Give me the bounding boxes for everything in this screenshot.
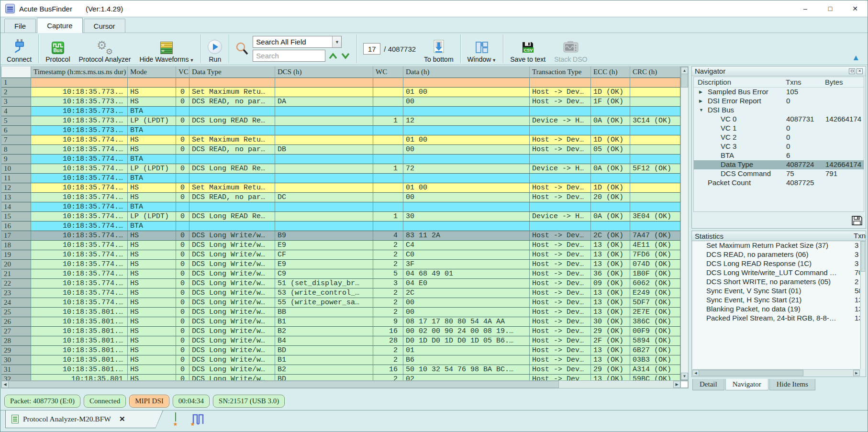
- statistics-item[interactable]: DCS Long Write/write_LUT Command …70: [693, 268, 860, 277]
- tab-detail[interactable]: Detail: [692, 379, 724, 390]
- column-header[interactable]: Mode: [128, 66, 176, 78]
- expanded-arrow-icon[interactable]: ▼: [699, 106, 703, 114]
- column-header[interactable]: Transaction Type: [530, 66, 591, 78]
- navigator-item[interactable]: VC 20: [694, 133, 864, 142]
- scrollbar-track[interactable]: [803, 370, 853, 376]
- scrollbar-track[interactable]: [559, 381, 673, 388]
- close-icon[interactable]: ✕: [843, 0, 868, 17]
- scrollbar-thumb[interactable]: [9, 381, 559, 388]
- table-row[interactable]: 2510:18:35.801.…HS0DCS Long Write/w…BB20…: [1, 308, 680, 317]
- table-row[interactable]: 2010:18:35.774.…HS0DCS Long Write/w…E923…: [1, 260, 680, 269]
- tab-hide-items[interactable]: Hide Items: [769, 379, 815, 390]
- search-down-icon[interactable]: [341, 52, 350, 60]
- table-row[interactable]: 2210:18:35.774.…HS0DCS Long Write/w…51 (…: [1, 279, 680, 288]
- hide-waveforms-button[interactable]: ww Hide Waveforms▼: [135, 34, 198, 63]
- statistics-item[interactable]: Set Maximum Return Packet Size (37)3: [693, 241, 860, 250]
- table-row[interactable]: 710:18:35.774.…HS0Set Maximum Retu…01 00…: [1, 135, 680, 145]
- file-tab[interactable]: Protocol Analyzer-M20.BFW ✕: [5, 410, 163, 428]
- scroll-down-icon[interactable]: ▼: [681, 373, 688, 380]
- navigator-item[interactable]: DCS Command75791: [694, 169, 864, 178]
- scroll-right-icon[interactable]: ▶: [673, 381, 680, 388]
- search-input[interactable]: [253, 50, 325, 62]
- table-row[interactable]: 1810:18:35.774.…HS0DCS Long Write/w…E92C…: [1, 241, 680, 250]
- navigator-item[interactable]: ▶DSI Error Report0: [694, 97, 864, 106]
- scrollbar-thumb[interactable]: [699, 370, 803, 376]
- new-waveform-view-button[interactable]: ★: [192, 413, 204, 425]
- column-header[interactable]: ECC (h): [591, 66, 630, 78]
- statistics-vertical-scrollbar[interactable]: [860, 241, 865, 369]
- scroll-left-icon[interactable]: ◀: [1, 381, 9, 388]
- collapse-toolbar-icon[interactable]: ▲: [852, 54, 860, 62]
- save-navigator-icon[interactable]: [852, 216, 862, 225]
- table-row[interactable]: 810:18:35.774.…HS0DCS READ, no par…DB00H…: [1, 145, 680, 155]
- navigator-item[interactable]: ▶Sampled Bus Error105: [694, 88, 864, 97]
- statistics-item[interactable]: Packed Pixel Stream, 24-bit RGB, 8-8-…13…: [693, 314, 860, 323]
- table-row[interactable]: 1910:18:35.774.…HS0DCS Long Write/w…CF2C…: [1, 250, 680, 260]
- table-row[interactable]: 2610:18:35.801.…HS0DCS Long Write/w…B190…: [1, 317, 680, 327]
- float-panel-icon[interactable]: [849, 68, 855, 74]
- table-row[interactable]: 2910:18:35.801.…HS0DCS Long Write/w…BD20…: [1, 346, 680, 355]
- table-row[interactable]: 2810:18:35.801.…HS0DCS Long Write/w…B428…: [1, 336, 680, 346]
- position-input[interactable]: [363, 43, 380, 55]
- save-to-text-button[interactable]: CSV Save to text: [506, 34, 550, 63]
- column-header[interactable]: DCS (h): [275, 66, 373, 78]
- column-header[interactable]: VC: [176, 66, 189, 78]
- chevron-down-icon[interactable]: ▼: [332, 36, 341, 47]
- protocol-analyzer-button[interactable]: ⚙⚙ Protocol Analyzer: [75, 34, 135, 63]
- horizontal-scrollbar[interactable]: ◀ ▶: [1, 380, 689, 388]
- column-header[interactable]: Timestamp (h:m:s.ms.us.ns dur): [31, 66, 128, 78]
- table-row[interactable]: 310:18:35.773.…HS0DCS READ, no par…DA00H…: [1, 97, 680, 107]
- table-row[interactable]: 410:18:35.773.…BTA: [1, 107, 680, 116]
- column-header[interactable]: CRC (h): [630, 66, 680, 78]
- table-row[interactable]: 1510:18:35.774.…LP (LPDT)0DCS Long READ …: [1, 212, 680, 222]
- search-field-select[interactable]: Search All Field ▼: [253, 36, 342, 48]
- table-row[interactable]: 3110:18:35.801.…HS0DCS Long Write/w…B216…: [1, 365, 680, 375]
- column-discription[interactable]: Discription: [694, 77, 786, 87]
- table-row[interactable]: 3210:18:35.801HS0DCS Long Write/w…BD202H…: [1, 375, 680, 380]
- table-row[interactable]: 1110:18:35.774.…BTA: [1, 174, 680, 183]
- table-row[interactable]: 2110:18:35.774.…HS0DCS Long Write/w…C950…: [1, 269, 680, 279]
- menu-tab-file[interactable]: File: [4, 19, 36, 33]
- statistics-horizontal-scrollbar[interactable]: ◀ ▶: [692, 369, 860, 376]
- run-button[interactable]: Run: [203, 34, 226, 63]
- table-row[interactable]: 2410:18:35.774.…HS0DCS Long Write/w…55 (…: [1, 298, 680, 308]
- connect-button[interactable]: Connect: [2, 34, 36, 63]
- menu-tab-capture[interactable]: Capture: [37, 18, 82, 33]
- table-row[interactable]: 1610:18:35.774.…BTA: [1, 222, 680, 231]
- statistics-item[interactable]: DCS Long READ Response (1C)3: [693, 259, 860, 268]
- table-row[interactable]: 610:18:35.773.…BTA: [1, 126, 680, 135]
- vertical-scrollbar[interactable]: ▲ ▼: [680, 66, 689, 380]
- table-row[interactable]: 2710:18:35.801.…HS0DCS Long Write/w…B216…: [1, 327, 680, 336]
- table-row[interactable]: 1: [1, 78, 680, 88]
- protocol-button[interactable]: Bus Protocol: [41, 34, 74, 63]
- scroll-up-icon[interactable]: ▲: [681, 67, 688, 74]
- table-row[interactable]: 1310:18:35.774.…HS0DCS READ, no par…DC00…: [1, 193, 680, 202]
- table-row[interactable]: 1210:18:35.774.…HS0Set Maximum Retu…01 0…: [1, 183, 680, 193]
- column-txns[interactable]: Txns: [786, 77, 825, 87]
- statistics-item[interactable]: Blanking Packet, no data (19)135: [693, 305, 860, 314]
- close-tab-icon[interactable]: ✕: [119, 415, 125, 423]
- navigator-item[interactable]: BTA6: [694, 151, 864, 160]
- table-row[interactable]: 510:18:35.773.…LP (LPDT)0DCS Long READ R…: [1, 116, 680, 126]
- statistics-item[interactable]: Sync Event, H Sync Start (21)137: [693, 296, 860, 305]
- close-panel-icon[interactable]: ✕: [857, 68, 863, 74]
- tab-navigator[interactable]: Navigator: [725, 379, 768, 390]
- scrollbar-thumb[interactable]: [681, 74, 688, 88]
- navigator-item[interactable]: Packet Count4087725: [694, 178, 864, 188]
- column-bytes[interactable]: Bytes: [825, 77, 864, 87]
- new-analyzer-doc-button[interactable]: ★: [175, 413, 187, 425]
- maximize-icon[interactable]: □: [818, 0, 843, 17]
- collapsed-arrow-icon[interactable]: ▶: [699, 97, 702, 105]
- table-row[interactable]: 210:18:35.773.…HS0Set Maximum Retu…01 00…: [1, 88, 680, 97]
- minimize-icon[interactable]: –: [793, 0, 818, 17]
- collapsed-arrow-icon[interactable]: ▶: [699, 88, 702, 96]
- scroll-left-icon[interactable]: ◀: [692, 370, 699, 376]
- window-button[interactable]: Window▼: [463, 34, 501, 63]
- scroll-right-icon[interactable]: ▶: [853, 370, 860, 376]
- navigator-item[interactable]: Data Type4087724142664174: [694, 160, 864, 169]
- column-header[interactable]: Data Type: [189, 66, 275, 78]
- statistics-item[interactable]: Sync Event, V Sync Start (01)580: [693, 287, 860, 296]
- menu-tab-cursor[interactable]: Cursor: [84, 19, 125, 33]
- scrollbar-track[interactable]: [681, 88, 688, 373]
- table-row[interactable]: 910:18:35.774.…BTA: [1, 155, 680, 164]
